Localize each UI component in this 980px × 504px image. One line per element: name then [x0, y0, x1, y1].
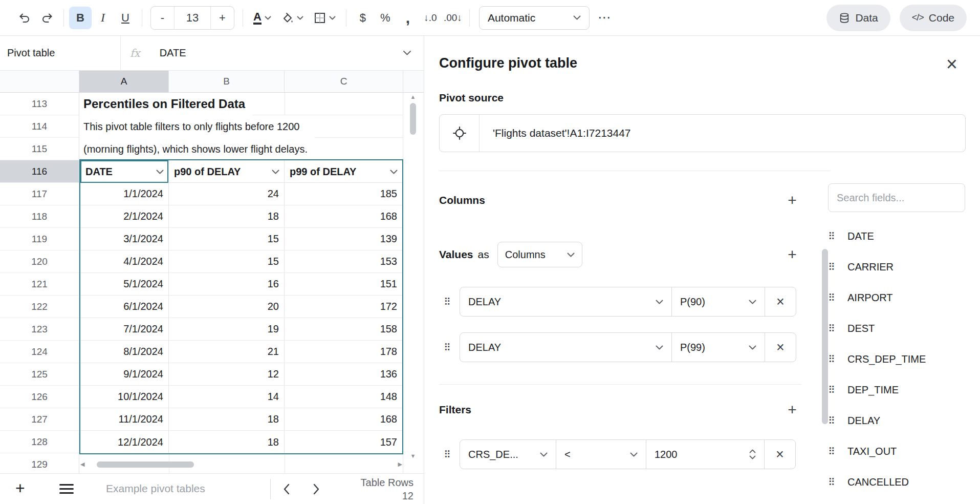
scroll-right-arrow[interactable]: ▶: [398, 461, 402, 468]
cell[interactable]: 1/1/2024: [80, 183, 169, 205]
add-filter-button[interactable]: +: [783, 401, 801, 418]
value-field-dropdown[interactable]: DELAY: [460, 287, 672, 317]
more-formats-button[interactable]: ⋯: [594, 7, 616, 29]
row-header-123[interactable]: 123: [0, 318, 79, 341]
cell[interactable]: 14: [169, 386, 285, 408]
cell[interactable]: 24: [169, 183, 285, 205]
cell[interactable]: 11/1/2024: [80, 408, 169, 431]
filter-operator-dropdown[interactable]: <: [556, 439, 646, 469]
remove-filter-button[interactable]: ×: [764, 439, 796, 469]
field-item[interactable]: ⠿ CANCELLED: [828, 467, 980, 497]
cell-title[interactable]: Percentiles on Filtered Data: [79, 93, 252, 115]
drag-handle-icon[interactable]: ⠿: [828, 384, 841, 396]
cell[interactable]: 153: [285, 250, 402, 273]
remove-value-button[interactable]: ×: [765, 332, 796, 362]
cell[interactable]: 185: [285, 183, 402, 205]
cell[interactable]: 158: [285, 318, 402, 341]
formula-input[interactable]: DATE: [160, 47, 186, 59]
field-item[interactable]: ⠿ TAXI_OUT: [828, 436, 980, 467]
drag-handle-icon[interactable]: ⠿: [439, 342, 455, 353]
redo-button[interactable]: [36, 7, 58, 29]
row-header-127[interactable]: 127: [0, 408, 79, 431]
cell[interactable]: 10/1/2024: [80, 386, 169, 408]
formula-bar-expand-chevron-icon[interactable]: [403, 50, 411, 56]
increase-decimals-button[interactable]: .00↓: [442, 7, 464, 29]
cell[interactable]: 15: [169, 228, 285, 250]
cell[interactable]: 20: [169, 296, 285, 318]
italic-button[interactable]: I: [92, 7, 114, 29]
underline-button[interactable]: U: [114, 7, 137, 29]
column-header-B[interactable]: B: [169, 71, 285, 93]
filter-value-input[interactable]: [655, 449, 721, 460]
drag-handle-icon[interactable]: ⠿: [828, 323, 841, 334]
row-header-116[interactable]: 116: [0, 160, 79, 183]
chevron-down-icon[interactable]: [390, 170, 398, 174]
scroll-down-arrow[interactable]: ▼: [407, 453, 419, 459]
drag-handle-icon[interactable]: ⠿: [828, 230, 841, 242]
row-header-114[interactable]: 114: [0, 115, 79, 138]
increase-font-size-button[interactable]: +: [210, 7, 234, 29]
drag-handle-icon[interactable]: ⠿: [828, 415, 841, 427]
value-aggregation-dropdown[interactable]: P(90): [671, 287, 765, 317]
decrease-decimals-button[interactable]: ↓.0: [419, 7, 442, 29]
name-box[interactable]: Pivot table: [0, 36, 121, 71]
horizontal-scrollbar-thumb[interactable]: [97, 461, 194, 468]
cell[interactable]: 151: [285, 273, 402, 296]
filter-field-dropdown[interactable]: CRS_DE...: [460, 439, 556, 469]
drag-handle-icon[interactable]: ⠿: [828, 261, 841, 273]
decrease-font-size-button[interactable]: -: [151, 7, 175, 29]
drag-handle-icon[interactable]: ⠿: [828, 446, 841, 457]
cells-area[interactable]: Percentiles on Filtered Data This pivot …: [79, 93, 403, 473]
cell[interactable]: 15: [169, 250, 285, 273]
currency-format-button[interactable]: $: [352, 7, 374, 29]
field-item[interactable]: ⠿ CRS_DEP_TIME: [828, 344, 980, 374]
bold-button[interactable]: B: [69, 7, 92, 29]
vertical-scrollbar-thumb[interactable]: [410, 103, 416, 135]
row-header-118[interactable]: 118: [0, 205, 79, 228]
cell[interactable]: 6/1/2024: [80, 296, 169, 318]
sheet-tab[interactable]: Example pivot tables: [106, 482, 205, 495]
pivot-source-value[interactable]: 'Flights dataset'!A1:I7213447: [480, 127, 631, 139]
cell[interactable]: 3/1/2024: [80, 228, 169, 250]
remove-value-button[interactable]: ×: [765, 287, 796, 317]
pivot-header-p99[interactable]: p99 of DELAY: [285, 160, 402, 183]
cell[interactable]: 139: [285, 228, 402, 250]
cell[interactable]: 8/1/2024: [80, 341, 169, 363]
cell[interactable]: 12: [169, 363, 285, 386]
drag-handle-icon[interactable]: ⠿: [828, 476, 841, 488]
select-range-button[interactable]: [440, 114, 480, 152]
cell[interactable]: 4/1/2024: [80, 250, 169, 273]
pivot-header-p90[interactable]: p90 of DELAY: [169, 160, 285, 183]
row-header-125[interactable]: 125: [0, 363, 79, 386]
field-item[interactable]: ⠿ AIRPORT: [828, 282, 980, 313]
scroll-left-arrow[interactable]: ◀: [80, 461, 84, 468]
number-format-dropdown[interactable]: Automatic: [479, 6, 590, 30]
comma-format-button[interactable]: ,: [397, 7, 419, 29]
pivot-source-field[interactable]: 'Flights dataset'!A1:I7213447: [439, 114, 966, 152]
row-header-124[interactable]: 124: [0, 341, 79, 363]
fill-color-button[interactable]: [276, 7, 309, 29]
next-button[interactable]: [312, 482, 320, 498]
cell[interactable]: 168: [285, 408, 402, 431]
code-button[interactable]: </> Code: [900, 5, 967, 31]
row-header-119[interactable]: 119: [0, 228, 79, 250]
cell[interactable]: 136: [285, 363, 402, 386]
drag-handle-icon[interactable]: ⠿: [439, 296, 455, 308]
value-aggregation-dropdown[interactable]: P(99): [671, 332, 765, 362]
cell[interactable]: 178: [285, 341, 402, 363]
cell[interactable]: 172: [285, 296, 402, 318]
data-button[interactable]: Data: [826, 5, 890, 31]
vertical-scrollbar[interactable]: ▲ ▼: [407, 93, 419, 460]
field-item[interactable]: ⠿ CARRIER: [828, 251, 980, 282]
row-header-113[interactable]: 113: [0, 93, 79, 115]
cell-description[interactable]: This pivot table filters to only flights…: [79, 115, 315, 160]
row-header-120[interactable]: 120: [0, 250, 79, 273]
stepper-down-icon[interactable]: [749, 455, 756, 459]
cell[interactable]: 18: [169, 408, 285, 431]
number-stepper[interactable]: [749, 449, 756, 459]
row-header-129[interactable]: 129: [0, 453, 79, 473]
field-item[interactable]: ⠿ DELAY: [828, 405, 980, 436]
drag-handle-icon[interactable]: ⠿: [828, 353, 841, 365]
pivot-header-date[interactable]: DATE: [80, 160, 169, 183]
values-layout-dropdown[interactable]: Columns: [497, 242, 582, 267]
